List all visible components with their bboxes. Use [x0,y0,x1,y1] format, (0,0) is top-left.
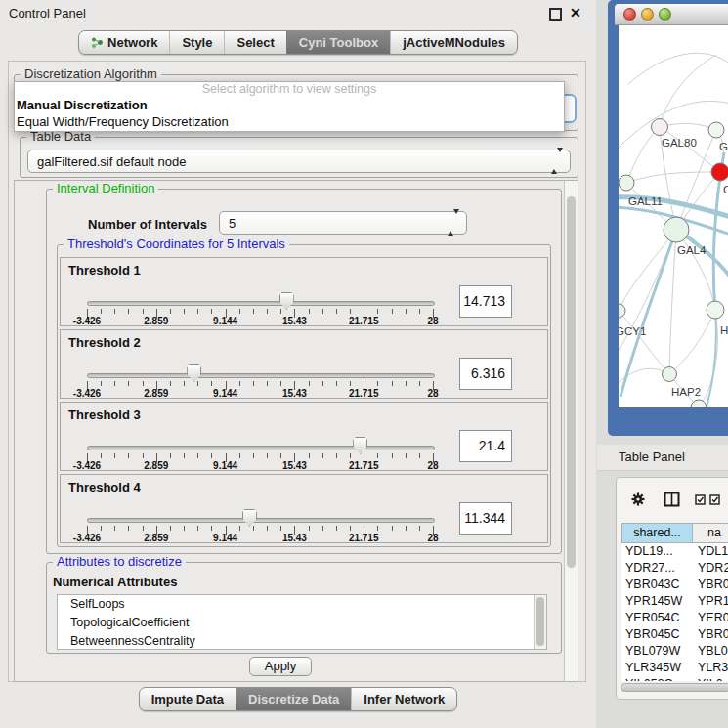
tick-mark [350,381,351,386]
node-gal11[interactable] [619,175,634,191]
gear-icon[interactable] [630,492,646,507]
table-row[interactable]: YER054CYER0 [621,610,728,626]
tick-mark [392,309,393,314]
table-row[interactable]: YIL053CYIL0 [621,676,728,681]
tab-network[interactable]: Network [79,31,169,54]
tick-label: 21.715 [349,316,379,326]
tab-cyni-toolbox[interactable]: Cyni Toolbox [286,31,390,54]
settings-scrollbar-thumb[interactable] [567,196,576,568]
slider-track[interactable] [87,446,435,450]
dropdown-option-equal-width-frequency-discretization[interactable]: Equal Width/Frequency Discretization [15,113,564,130]
network-canvas[interactable]: GAL80GACGAL11GAL4GCY1HHAP2 [619,25,728,407]
threshold-panel-4: Threshold 4-3.4262.8599.14415.4321.71528… [60,474,548,543]
zoom-traffic-light-icon[interactable] [659,8,671,21]
slider-thumb[interactable] [353,437,367,454]
tick-mark [143,453,144,458]
tick-mark [197,381,198,386]
table-data-combobox[interactable]: galFiltered.sif default node [27,150,571,173]
column-header-name[interactable]: na [693,524,728,542]
tab-label: Style [182,35,212,50]
close-icon[interactable]: ✕ [570,5,581,21]
tab-jactivemnodules[interactable]: jActiveMNodules [390,31,517,54]
settings-vertical-scrollbar[interactable] [564,181,578,681]
node-gal4[interactable] [664,217,689,242]
tick-mark [267,381,268,386]
tick-label: 21.715 [349,388,379,399]
table-row[interactable]: YLR345WYLR3 [621,660,728,676]
cell-shared-name: YDL19... [621,543,692,560]
slider-ticks [87,309,433,318]
bottom-tab-impute-data[interactable]: Impute Data [140,688,236,710]
bottom-tab-discretize-data[interactable]: Discretize Data [236,688,351,710]
checkbox-icon[interactable] [709,494,721,506]
node-gal80[interactable] [652,119,668,136]
table-row[interactable]: YDR27...YDR2 [621,560,728,577]
numerical-attributes-list[interactable]: SelfLoopsTopologicalCoefficientBetweenne… [57,594,547,650]
slider-thumb[interactable] [187,364,201,382]
tick-mark [211,453,212,458]
threshold-value-field[interactable]: 11.344 [459,502,512,535]
slider-track[interactable] [87,518,435,523]
tick-mark [392,526,393,531]
node-h-partial[interactable] [707,301,724,319]
attribute-item-selfloops[interactable]: SelfLoops [58,595,546,614]
tick-mark [143,381,144,386]
threshold-value-field[interactable]: 21.4 [459,430,512,462]
tick-mark [211,526,212,531]
bottom-tab-infer-network[interactable]: Infer Network [351,688,456,710]
node-bottom-partial[interactable] [691,400,707,407]
number-of-intervals-value: 5 [229,216,236,231]
node-red-node[interactable] [711,163,728,181]
close-traffic-light-icon[interactable] [623,8,636,21]
attribute-item-topologicalcoefficient[interactable]: TopologicalCoefficient [58,614,546,632]
number-of-intervals-combobox[interactable]: 5 [219,211,467,235]
tab-style[interactable]: Style [169,31,224,54]
tick-mark [392,381,393,386]
apply-button[interactable]: Apply [249,657,312,676]
table-row[interactable]: YBR043CYBR0 [621,577,728,593]
table-row[interactable]: YBR045CYBR0 [621,626,728,643]
tick-mark [419,381,420,386]
table-row[interactable]: YBL079WYBL0 [621,643,728,660]
checkbox-icon[interactable] [695,494,707,506]
table-data-combobox-value: galFiltered.sif default node [37,154,186,169]
slider-track[interactable] [87,373,435,378]
node-hap2[interactable] [663,367,677,382]
cell-name: YBR0 [692,626,728,643]
tick-mark [280,453,281,458]
tick-mark [114,453,115,458]
table-horizontal-scrollbar-thumb[interactable] [621,683,728,692]
tick-mark [253,453,254,458]
threshold-value-field[interactable]: 6.316 [459,358,512,390]
slider-thumb[interactable] [279,292,294,310]
threshold-value-field[interactable]: 14.713 [459,285,512,318]
table-row[interactable]: YPR145WYPR1 [621,593,728,610]
bottom-tab-label: Impute Data [151,692,224,707]
tick-mark [101,526,102,531]
attribute-item-betweennesscentrality[interactable]: BetweennessCentrality [58,632,546,650]
node-gcy1[interactable] [619,304,625,318]
tick-mark [377,381,378,386]
tick-label: 2.859 [144,388,168,399]
tick-mark [377,453,378,458]
node-label-gal11: GAL11 [628,195,663,207]
attributes-scrollbar-thumb[interactable] [536,597,544,646]
tick-mark [253,526,254,531]
columns-icon[interactable] [664,492,680,507]
network-window-titlebar[interactable] [615,4,728,25]
discretization-algorithm-group-title: Discretization Algorithm [21,66,161,81]
table-row[interactable]: YDL19...YDL1 [621,543,728,560]
tick-mark [322,526,323,531]
tick-mark [184,309,185,314]
tab-select[interactable]: Select [224,31,285,54]
dropdown-option-manual-discretization[interactable]: Manual Discretization [15,97,564,113]
slider-track[interactable] [87,301,435,306]
column-header-shared-name[interactable]: shared... [622,524,693,542]
node-gal-partial-top[interactable] [708,122,724,138]
float-window-icon[interactable] [549,8,562,21]
node-label-hap2: HAP2 [671,386,701,398]
network-edge [660,55,716,127]
slider-thumb[interactable] [242,509,257,527]
minimize-traffic-light-icon[interactable] [641,8,654,21]
attributes-scrollbar[interactable] [534,595,546,649]
